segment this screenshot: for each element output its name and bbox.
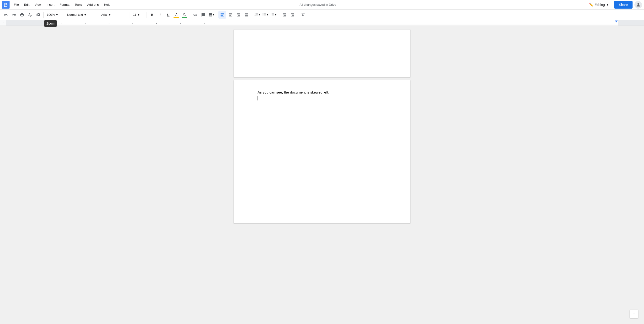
top-menu-bar: File Edit View Insert Format Tools Add-o… xyxy=(0,0,644,9)
formatting-toolbar: 100% ▼ Normal text ▼ Arial ▼ 11 ▼ B I U xyxy=(0,9,644,20)
numbered-list-button[interactable]: ▼ xyxy=(262,11,269,18)
drive-save-status: All changes saved in Drive xyxy=(300,3,586,6)
page-number: 1 xyxy=(0,20,6,26)
style-selector[interactable]: Normal text ▼ xyxy=(66,11,96,18)
cursor-paragraph xyxy=(258,95,386,101)
page-top xyxy=(234,29,410,77)
zoom-value: 100% xyxy=(47,13,55,16)
divider-5 xyxy=(146,12,147,18)
bold-button[interactable]: B xyxy=(148,11,156,18)
link-button[interactable] xyxy=(192,11,199,18)
svg-text:2: 2 xyxy=(84,22,86,25)
text-color-button[interactable] xyxy=(172,11,180,18)
svg-text:7: 7 xyxy=(204,22,205,25)
divider-8 xyxy=(252,12,252,18)
menu-file[interactable]: File xyxy=(12,2,21,7)
ruler-right-margin[interactable] xyxy=(618,20,644,25)
page-content-area[interactable]: As you can see, the document is skewed l… xyxy=(234,80,410,223)
underline-button[interactable]: U xyxy=(164,11,172,18)
svg-text:6: 6 xyxy=(180,22,181,25)
undo-button[interactable] xyxy=(2,11,10,18)
divider-2 xyxy=(64,12,64,18)
font-size-selector[interactable]: 11 ▼ xyxy=(131,11,145,18)
ruler: 1 1 2 3 4 5 6 7 xyxy=(0,20,644,26)
align-center-button[interactable] xyxy=(226,11,234,18)
menu-bar: File Edit View Insert Format Tools Add-o… xyxy=(12,2,298,7)
app-icon[interactable] xyxy=(2,1,10,8)
underline-icon: U xyxy=(167,13,170,17)
font-selector[interactable]: Arial ▼ xyxy=(100,11,128,18)
clear-formatting-button[interactable] xyxy=(299,11,307,18)
divider-3 xyxy=(98,12,98,18)
bold-icon: B xyxy=(151,13,153,17)
top-right-area: ✏️ Editing ▼ Share xyxy=(586,1,642,8)
menu-addons[interactable]: Add-ons xyxy=(85,2,101,7)
editing-label: Editing xyxy=(594,3,605,7)
chevron-down-icon: ▼ xyxy=(606,3,609,6)
menu-edit[interactable]: Edit xyxy=(22,2,32,7)
text-paragraph: As you can see, the document is skewed l… xyxy=(258,90,386,95)
size-value: 11 xyxy=(133,13,136,16)
divider-1 xyxy=(44,12,44,18)
image-chevron-icon: ▼ xyxy=(213,13,215,16)
menu-format[interactable]: Format xyxy=(57,2,72,7)
avatar[interactable] xyxy=(634,1,642,8)
svg-text:5: 5 xyxy=(156,22,157,25)
document-area: As you can see, the document is skewed l… xyxy=(0,26,644,324)
image-button[interactable]: ▼ xyxy=(208,11,215,18)
font-chevron-icon: ▼ xyxy=(108,13,111,16)
ruler-left-margin[interactable] xyxy=(6,20,44,25)
divider-9 xyxy=(279,12,279,18)
document-text: As you can see, the document is skewed l… xyxy=(258,90,386,101)
highlight-color-button[interactable] xyxy=(181,11,188,18)
decrease-indent-button[interactable] xyxy=(280,11,288,18)
right-indent-marker[interactable] xyxy=(615,20,618,22)
editing-mode-button[interactable]: ✏️ Editing ▼ xyxy=(586,1,612,8)
menu-tools[interactable]: Tools xyxy=(72,2,84,7)
divider-7 xyxy=(217,12,217,18)
increase-indent-button[interactable] xyxy=(288,11,296,18)
spellcheck-button[interactable] xyxy=(26,11,34,18)
page-main[interactable]: As you can see, the document is skewed l… xyxy=(234,80,410,223)
svg-text:3: 3 xyxy=(108,22,110,25)
italic-icon: I xyxy=(160,13,161,17)
divider-4 xyxy=(130,12,130,18)
justify-button[interactable] xyxy=(243,11,250,18)
style-chevron-icon: ▼ xyxy=(84,13,86,16)
italic-button[interactable]: I xyxy=(156,11,164,18)
align-right-button[interactable] xyxy=(235,11,242,18)
svg-text:4: 4 xyxy=(132,22,134,25)
size-chevron-icon: ▼ xyxy=(137,13,140,16)
page-top-content xyxy=(234,29,410,44)
print-button[interactable] xyxy=(18,11,26,18)
text-cursor xyxy=(258,96,258,100)
divider-10 xyxy=(298,12,298,18)
zoom-selector[interactable]: 100% ▼ xyxy=(45,11,62,18)
pencil-icon: ✏️ xyxy=(589,3,593,7)
corner-button[interactable]: + xyxy=(630,310,638,318)
ruler-track[interactable]: 1 2 3 4 5 6 7 xyxy=(44,20,618,25)
font-value: Arial xyxy=(101,13,108,16)
svg-text:1: 1 xyxy=(61,22,62,25)
share-button[interactable]: Share xyxy=(614,1,632,8)
paint-format-button[interactable] xyxy=(34,11,42,18)
zoom-tooltip: Zoom xyxy=(44,20,57,27)
menu-help[interactable]: Help xyxy=(102,2,113,7)
bulleted-list-button[interactable]: ▼ xyxy=(270,11,277,18)
text-color-indicator xyxy=(174,17,179,18)
redo-button[interactable] xyxy=(10,11,18,18)
line-spacing-button[interactable]: ▼ xyxy=(254,11,261,18)
menu-view[interactable]: View xyxy=(32,2,44,7)
highlight-color-indicator xyxy=(182,17,188,18)
divider-6 xyxy=(190,12,190,18)
zoom-chevron-icon: ▼ xyxy=(56,13,58,16)
plus-icon: + xyxy=(633,312,636,317)
spacing-chevron-icon: ▼ xyxy=(258,13,261,16)
align-left-button[interactable] xyxy=(218,11,226,18)
menu-insert[interactable]: Insert xyxy=(44,2,57,7)
comment-button[interactable] xyxy=(200,11,207,18)
style-value: Normal text xyxy=(67,13,83,16)
